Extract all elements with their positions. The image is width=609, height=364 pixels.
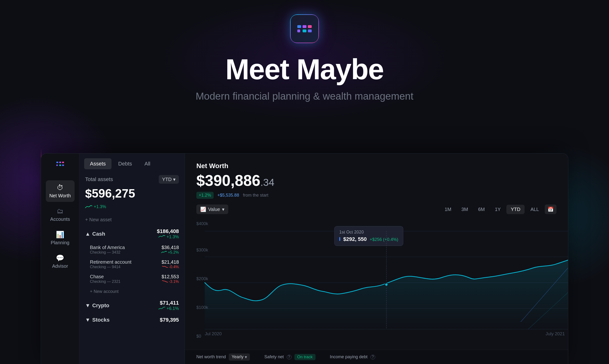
category-stocks-amount: $79,395 (160, 317, 179, 323)
tab-bar: Assets Debts All (79, 154, 185, 169)
value-selector[interactable]: 📈 Value ▾ (196, 205, 228, 214)
planning-icon: 📊 (56, 231, 64, 238)
net-worth-icon: ⏱ (57, 184, 64, 192)
category-cash-header[interactable]: ▲ Cash $186,408 +1.3% (79, 225, 185, 242)
boa-trend-icon (161, 251, 167, 254)
icon-dot-4 (297, 29, 300, 32)
safety-net-label: Safety net (264, 354, 284, 359)
from-start-label: from the start (243, 193, 268, 198)
svg-rect-1 (59, 162, 61, 163)
app-container: ⏱ Net Worth 🗂 Accounts 📊 Planning 💬 Advi… (41, 153, 568, 364)
account-chase: Chase Checking — 2321 $12,553 -3.1% (79, 272, 185, 286)
sidebar-label-accounts: Accounts (50, 217, 70, 222)
category-crypto-header[interactable]: ▼ Crypto $71,411 +6.1% (79, 297, 185, 314)
svg-rect-0 (56, 162, 58, 163)
sidebar-item-advisor[interactable]: 💬 Advisor (46, 251, 75, 272)
time-filters: 1M 3M 6M 1Y YTD ALL 📅 (441, 205, 556, 214)
new-asset-button[interactable]: + New asset (79, 214, 185, 225)
net-worth-meta: +1.2% +$5,535.88 from the start (196, 192, 556, 199)
yearly-selector[interactable]: Yearly ▾ (229, 353, 250, 361)
icon-dot-1 (297, 25, 301, 28)
chase-trend-icon (162, 280, 168, 283)
percent-badge: +1.2% (196, 192, 214, 199)
category-cash-name: ▲ Cash (85, 231, 105, 237)
chart-svg: Jul 2020 July 2021 (185, 219, 568, 337)
sidebar: ⏱ Net Worth 🗂 Accounts 📊 Planning 💬 Advi… (41, 154, 79, 364)
sidebar-item-net-worth[interactable]: ⏱ Net Worth (46, 180, 75, 202)
net-worth-trend-label: Net worth trend (196, 354, 226, 359)
calendar-icon[interactable]: 📅 (545, 205, 556, 214)
time-1m[interactable]: 1M (441, 205, 456, 214)
total-change: +1.3% (79, 204, 185, 214)
tab-debts[interactable]: Debts (112, 158, 138, 169)
svg-point-12 (385, 283, 388, 286)
time-all[interactable]: ALL (526, 205, 543, 214)
net-worth-header: Net Worth $390,886.34 +1.2% +$5,535.88 f… (185, 154, 568, 205)
total-amount: $596,275 (79, 186, 185, 204)
category-stocks-header[interactable]: ▼ Stocks $79,395 (79, 314, 185, 326)
svg-rect-2 (62, 162, 64, 163)
advisor-icon: 💬 (56, 254, 64, 262)
trend-up-icon (85, 205, 92, 209)
net-worth-whole: $390,886 (196, 172, 260, 189)
svg-text:July 2021: July 2021 (546, 331, 565, 336)
assets-header: Total assets YTD ▾ (79, 169, 185, 186)
category-cash-amount: $186,408 +1.3% (157, 228, 179, 239)
ytd-selector[interactable]: YTD ▾ (159, 175, 179, 184)
svg-rect-4 (59, 165, 61, 166)
left-panel: Assets Debts All Total assets YTD ▾ $596… (79, 154, 185, 364)
svg-text:Jul 2020: Jul 2020 (205, 331, 222, 336)
icon-dot-2 (303, 25, 306, 28)
income-paying-debt-info-icon: ? (371, 355, 375, 359)
net-worth-decimal: .34 (260, 177, 274, 188)
page-header: Meet Maybe Modern financial planning & w… (0, 0, 609, 121)
bottom-bar: Net worth trend Yearly ▾ Safety net ? On… (185, 350, 568, 364)
sidebar-label-planning: Planning (51, 240, 69, 246)
account-retirement: Retirement account Checking — 9414 $21,4… (79, 257, 185, 272)
sidebar-logo (55, 159, 66, 171)
new-account-button[interactable]: + New account (79, 286, 185, 297)
net-worth-value-row: $390,886.34 (196, 172, 556, 189)
sidebar-item-planning[interactable]: 📊 Planning (46, 227, 75, 249)
chevron-down-icon: ▾ (222, 207, 224, 212)
time-1y[interactable]: 1Y (491, 205, 505, 214)
category-crypto-amount: $71,411 +6.1% (158, 300, 179, 311)
subtitle: Modern financial planning & wealth manag… (196, 91, 413, 102)
time-ytd[interactable]: YTD (506, 205, 525, 214)
icon-dot-5 (303, 29, 306, 32)
tab-assets[interactable]: Assets (84, 158, 111, 169)
crypto-trend-icon (158, 307, 165, 310)
income-paying-debt-item: Income paying debt ? (330, 354, 375, 359)
chart-area: $400k $300k $200k $100k $0 1st Oct 2020 … (185, 219, 568, 350)
retirement-trend-icon (162, 265, 168, 268)
time-6m[interactable]: 6M (474, 205, 489, 214)
app-icon (290, 14, 319, 43)
icon-dot-3 (308, 25, 312, 28)
sidebar-item-accounts[interactable]: 🗂 Accounts (46, 204, 75, 225)
main-content: Net Worth $390,886.34 +1.2% +$5,535.88 f… (185, 154, 568, 364)
sidebar-label-advisor: Advisor (52, 263, 68, 269)
icon-dot-6 (308, 29, 312, 32)
sidebar-label-net-worth: Net Worth (49, 193, 71, 198)
safety-net-info-icon: ? (287, 355, 291, 359)
svg-rect-3 (56, 165, 58, 166)
tab-all[interactable]: All (139, 158, 156, 169)
account-boa: Bank of America Checking — 3432 $36,418 … (79, 242, 185, 257)
safety-net-item: Safety net ? On track (264, 354, 315, 360)
category-stocks-name: ▼ Stocks (85, 317, 110, 323)
total-assets-label: Total assets (85, 176, 113, 182)
chart-icon: 📈 (200, 207, 206, 212)
main-title: Meet Maybe (225, 53, 384, 86)
net-worth-label: Net Worth (196, 162, 556, 170)
chart-controls: 📈 Value ▾ 1M 3M 6M 1Y YTD ALL 📅 (185, 205, 568, 219)
amount-badge: +$5,535.88 (218, 193, 239, 198)
on-track-badge: On track (294, 354, 316, 360)
time-3m[interactable]: 3M (457, 205, 472, 214)
net-worth-trend-item: Net worth trend Yearly ▾ (196, 353, 250, 361)
svg-rect-5 (62, 165, 64, 166)
income-paying-debt-label: Income paying debt (330, 354, 368, 359)
accounts-icon: 🗂 (57, 207, 64, 215)
category-crypto-name: ▼ Crypto (85, 302, 109, 309)
cash-trend-icon (158, 235, 165, 238)
